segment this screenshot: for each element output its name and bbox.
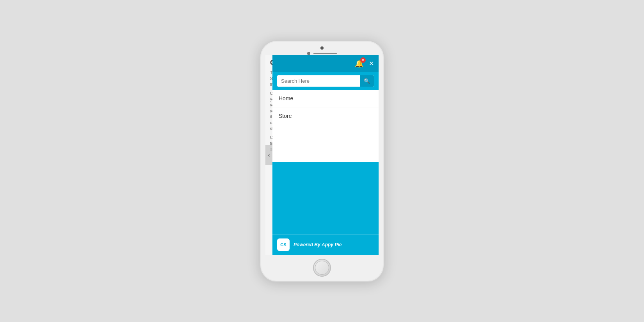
footer-text: Powered By Appy Pie (294, 242, 342, 247)
back-button[interactable]: ‹ (265, 145, 272, 165)
notification-bell-wrapper[interactable]: 🔔 0 (355, 59, 363, 68)
navigation-drawer: 🔔 0 ✕ 🔍 Home Store (272, 55, 379, 255)
notification-badge: 0 (360, 57, 366, 63)
drawer-footer: CS Powered By Appy Pie (272, 234, 379, 255)
close-icon[interactable]: ✕ (369, 60, 374, 67)
search-input[interactable] (277, 75, 360, 87)
phone-speaker (307, 52, 337, 55)
phone-top (260, 41, 384, 55)
phone-speaker-bar (313, 53, 337, 54)
drawer-search-section: 🔍 (272, 72, 379, 90)
footer-brand: Appy Pie (322, 242, 342, 247)
home-button[interactable] (313, 259, 331, 277)
drawer-header: 🔔 0 ✕ (272, 55, 379, 72)
footer-logo: CS (277, 238, 290, 251)
phone-camera (320, 46, 324, 50)
drawer-nav: Home Store (272, 90, 379, 162)
search-icon: 🔍 (364, 78, 370, 84)
home-button-inner (315, 261, 329, 275)
drawer-spacer (272, 162, 379, 234)
nav-item-store[interactable]: Store (272, 107, 379, 125)
phone-mockup: Cl ThStth Clyoyoyothusst Cltinsh ‹ 🔔 0 ✕ (260, 40, 384, 282)
nav-item-home[interactable]: Home (272, 90, 379, 107)
search-input-wrapper: 🔍 (277, 75, 374, 87)
phone-screen: Cl ThStth Clyoyoyothusst Cltinsh ‹ 🔔 0 ✕ (265, 55, 379, 255)
phone-speaker-dot (307, 52, 310, 55)
search-button[interactable]: 🔍 (360, 75, 374, 87)
